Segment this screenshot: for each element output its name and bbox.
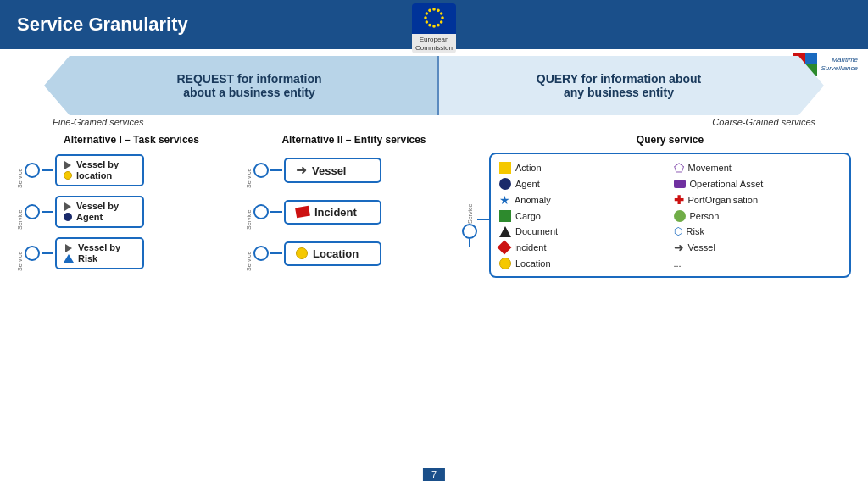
incident-diamond-q-icon xyxy=(498,241,512,255)
conn-line-2 xyxy=(42,211,53,213)
service-circle-1 xyxy=(25,163,40,178)
operational-label: Operational Asset xyxy=(690,179,764,189)
conn-line-1 xyxy=(42,169,53,171)
request-text-line1: REQUEST for information xyxy=(176,72,321,86)
svg-point-3 xyxy=(441,16,444,19)
location-text: Location xyxy=(313,247,359,260)
document-label: Document xyxy=(515,226,558,236)
page-title: Service Granularity xyxy=(17,14,188,36)
alt2-service-circle-2 xyxy=(253,204,269,219)
query-box: Action ⬠ Movement Agent Operational Asse… xyxy=(489,152,851,278)
query-item-location: Location xyxy=(499,258,667,269)
service-label-1: Service xyxy=(17,152,23,188)
action-label: Action xyxy=(515,163,542,173)
agent-circle-icon xyxy=(499,178,511,190)
svg-point-8 xyxy=(426,20,429,24)
alt2-title: Alternative II – Entity services xyxy=(246,134,462,146)
service-label-2: Service xyxy=(17,194,23,230)
more-label: ... xyxy=(674,258,682,269)
svg-point-9 xyxy=(424,16,427,19)
location-box: Location xyxy=(284,241,381,266)
header: Service Granularity xyxy=(0,0,868,49)
request-arrow: REQUEST for information about a business… xyxy=(44,56,437,115)
vessel-q-label: Vessel xyxy=(688,242,715,252)
connecting-service: Service xyxy=(462,134,477,269)
alt2-service-circle-1 xyxy=(253,163,269,178)
alt2-conn-3 xyxy=(270,252,282,254)
conn-line-3 xyxy=(42,252,53,254)
alt2-row-3: Service Location xyxy=(246,236,462,271)
arrow-icon-1 xyxy=(64,161,71,169)
vessel-arrow-icon: ➜ xyxy=(296,164,307,177)
connecting-circle xyxy=(462,224,477,239)
svg-point-7 xyxy=(428,24,431,27)
risk-triangle-icon xyxy=(64,254,74,263)
incident-diamond-icon xyxy=(295,206,310,219)
vert-line xyxy=(469,239,470,247)
query-text-line1: QUERY for information about xyxy=(537,72,701,86)
query-item-document: Document xyxy=(499,225,667,237)
vbl-icon xyxy=(64,161,72,180)
svg-point-11 xyxy=(428,9,431,13)
alt1-row-2: Service Vessel by Agent xyxy=(17,194,246,230)
service-labels: Fine-Grained services Coarse-Grained ser… xyxy=(44,117,824,127)
service-label-3: Service xyxy=(17,236,23,271)
cargo-label: Cargo xyxy=(515,211,541,221)
operational-rect-icon xyxy=(674,180,686,188)
vba-icon xyxy=(64,202,72,221)
query-item-action: Action xyxy=(499,161,667,175)
svg-point-4 xyxy=(440,20,443,24)
vessel-text: Vessel xyxy=(312,164,347,177)
query-title: Query service xyxy=(489,134,851,146)
anomaly-label: Anomaly xyxy=(515,195,551,205)
vessel-box: ➜ Vessel xyxy=(284,158,381,183)
vessel-location-text: Vessel by location xyxy=(76,159,119,181)
coarse-grained-label: Coarse-Grained services xyxy=(712,117,815,127)
alt2-service-label-3: Service xyxy=(246,236,252,271)
eu-commission-logo: European Commission xyxy=(412,3,456,53)
svg-point-0 xyxy=(432,8,436,11)
alt2-service-circle-3 xyxy=(253,246,269,261)
service-circle-2 xyxy=(25,204,40,219)
query-item-incident: Incident xyxy=(499,241,667,254)
person-circle-icon xyxy=(674,210,686,222)
vessel-by-agent-box: Vessel by Agent xyxy=(55,196,144,228)
query-item-agent: Agent xyxy=(499,178,667,190)
query-item-portorg: ✚ PortOrganisation xyxy=(674,193,842,207)
vessel-arrow-q-icon: ➜ xyxy=(674,241,684,254)
location-circle-icon xyxy=(499,258,511,269)
arrow-divider xyxy=(437,56,439,115)
eu-label: European Commission xyxy=(412,34,456,53)
risk-label: Risk xyxy=(687,226,704,236)
page-number: 7 xyxy=(423,468,445,481)
fine-grained-label: Fine-Grained services xyxy=(53,117,144,127)
horiz-conn xyxy=(477,219,489,220)
request-text-line2: about a business entity xyxy=(176,86,321,99)
action-square-icon xyxy=(499,162,511,174)
query-section: Query service Action ⬠ Movement Agent Op… xyxy=(489,134,851,278)
svg-point-6 xyxy=(432,25,436,28)
arrow-icon-2 xyxy=(64,202,71,211)
cargo-square-icon xyxy=(499,210,511,222)
vessel-agent-text: Vessel by Agent xyxy=(76,201,119,223)
svg-point-1 xyxy=(437,9,440,13)
query-arrow: QUERY for information about any business… xyxy=(439,56,824,115)
portorg-cross-icon: ✚ xyxy=(674,194,684,206)
service-circle-3 xyxy=(25,246,40,261)
alternative1-section: Alternative I – Task services Service Ve… xyxy=(17,134,246,277)
alt2-service-label-2: Service xyxy=(246,194,252,230)
risk-arrow-icon: ⬡ xyxy=(674,225,682,237)
alt2-conn-2 xyxy=(270,211,282,213)
query-item-anomaly: ★ Anomaly xyxy=(499,193,667,207)
location-q-label: Location xyxy=(515,258,551,269)
agent-label: Agent xyxy=(515,179,540,189)
navy-dot-icon xyxy=(64,213,72,221)
movement-label: Movement xyxy=(688,163,732,173)
query-item-movement: ⬠ Movement xyxy=(674,161,842,175)
yellow-dot-icon xyxy=(64,171,72,180)
document-triangle-icon xyxy=(499,226,511,237)
incident-text: Incident xyxy=(314,206,357,219)
query-item-operational: Operational Asset xyxy=(674,178,842,190)
query-item-vessel: ➜ Vessel xyxy=(674,241,842,254)
incident-box: Incident xyxy=(284,200,381,225)
